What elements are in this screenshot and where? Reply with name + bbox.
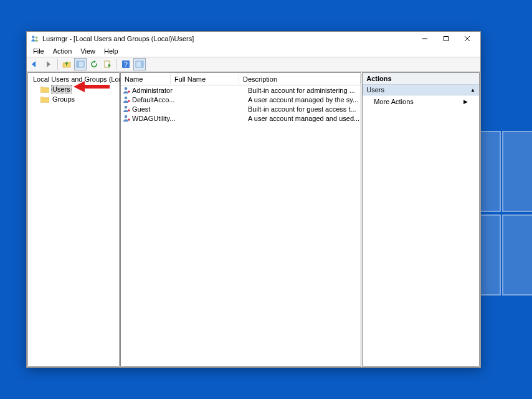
- svg-point-0: [32, 36, 34, 38]
- svg-text:?: ?: [124, 61, 128, 68]
- tree-pane: Local Users and Groups (Local) Users Gro…: [27, 72, 120, 367]
- collapse-icon: ▲: [470, 87, 475, 93]
- cell-description: A user account managed and used...: [248, 115, 359, 122]
- app-icon: [31, 34, 39, 43]
- tree-item-groups[interactable]: Groups: [29, 94, 118, 104]
- tree-item-users[interactable]: Users: [29, 84, 118, 94]
- cell-description: A user account managed by the sy...: [248, 96, 359, 103]
- up-button[interactable]: [60, 58, 73, 70]
- help-button[interactable]: ?: [120, 58, 132, 70]
- menu-view[interactable]: View: [77, 47, 99, 55]
- table-row[interactable]: WDAGUtility...A user account managed and…: [121, 113, 361, 123]
- menu-help[interactable]: Help: [100, 47, 122, 55]
- svg-rect-12: [141, 61, 143, 67]
- svg-point-18: [125, 115, 128, 118]
- show-hide-actions-button[interactable]: [133, 58, 146, 70]
- table-row[interactable]: AdministratorBuilt-in account for admini…: [121, 85, 361, 95]
- cell-name: WDAGUtility...: [132, 115, 179, 122]
- actions-more[interactable]: More Actions ▶: [363, 95, 479, 108]
- actions-section-label: Users: [366, 86, 384, 94]
- cell-name: Administrator: [132, 87, 179, 94]
- col-description[interactable]: Description: [239, 74, 361, 84]
- list-pane: Name Full Name Description Administrator…: [120, 72, 361, 367]
- tree-root[interactable]: Local Users and Groups (Local): [29, 74, 118, 84]
- chevron-right-icon: ▶: [463, 99, 468, 105]
- svg-rect-7: [77, 61, 79, 67]
- actions-pane: Actions Users ▲ More Actions ▶: [362, 72, 480, 367]
- close-button[interactable]: [457, 32, 478, 46]
- col-fullname[interactable]: Full Name: [171, 74, 239, 84]
- folder-icon: [40, 95, 49, 103]
- cell-description: Built-in account for guest access t...: [248, 105, 359, 113]
- svg-point-15: [125, 87, 128, 90]
- menu-action[interactable]: Action: [49, 47, 76, 55]
- svg-point-16: [125, 97, 128, 100]
- show-hide-tree-button[interactable]: [74, 58, 87, 70]
- forward-button[interactable]: [42, 58, 55, 70]
- col-name[interactable]: Name: [121, 74, 171, 84]
- cell-name: DefaultAcco...: [132, 96, 179, 103]
- table-row[interactable]: GuestBuilt-in account for guest access t…: [121, 104, 361, 113]
- svg-point-1: [36, 37, 38, 39]
- export-list-button[interactable]: [102, 58, 114, 70]
- actions-more-label: More Actions: [374, 98, 414, 105]
- actions-header: Actions: [363, 73, 479, 85]
- cell-description: Built-in account for administering ...: [248, 87, 359, 94]
- window-title: Lusrmgr - [Local Users and Groups (Local…: [42, 35, 414, 42]
- lusrmgr-window: Lusrmgr - [Local Users and Groups (Local…: [26, 31, 481, 368]
- tree-users-label: Users: [51, 85, 72, 94]
- cell-name: Guest: [132, 105, 179, 113]
- tree-groups-label: Groups: [51, 95, 76, 103]
- table-row[interactable]: DefaultAcco...A user account managed by …: [121, 95, 361, 104]
- refresh-button[interactable]: [88, 58, 100, 70]
- titlebar[interactable]: Lusrmgr - [Local Users and Groups (Local…: [27, 32, 480, 46]
- svg-point-17: [125, 106, 128, 109]
- menubar: File Action View Help: [27, 46, 480, 57]
- toolbar: ?: [27, 57, 480, 72]
- back-button[interactable]: [29, 58, 41, 70]
- minimize-button[interactable]: [414, 32, 435, 46]
- tree-root-label: Local Users and Groups (Local): [32, 75, 131, 83]
- actions-section-users[interactable]: Users ▲: [363, 85, 479, 95]
- list-header: Name Full Name Description: [121, 73, 361, 85]
- menu-file[interactable]: File: [29, 47, 48, 55]
- folder-icon: [40, 85, 49, 93]
- maximize-button[interactable]: [435, 32, 457, 46]
- svg-rect-3: [444, 37, 449, 41]
